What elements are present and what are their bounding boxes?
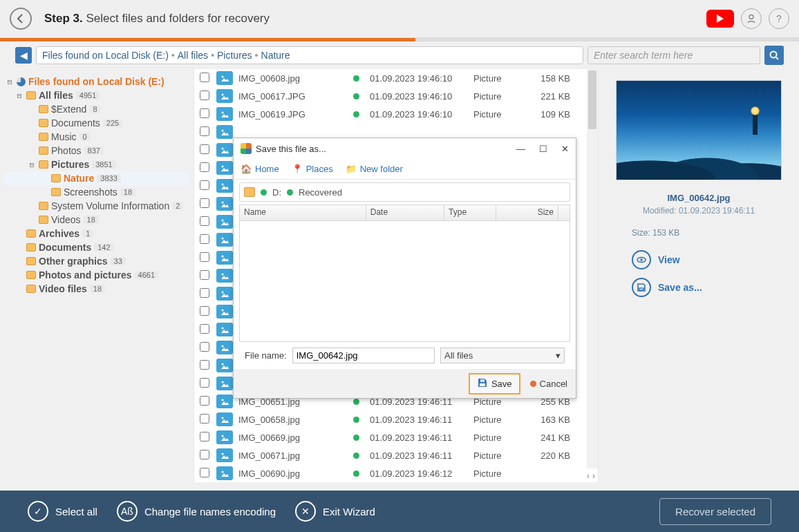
dialog-title: Save this file as... <box>256 144 326 154</box>
progress-bar <box>0 38 799 41</box>
row-checkbox[interactable] <box>200 450 209 459</box>
svg-point-1 <box>771 52 777 58</box>
image-icon <box>216 269 233 283</box>
filename-input[interactable] <box>292 348 435 363</box>
svg-point-50 <box>640 258 642 260</box>
row-checkbox[interactable] <box>200 91 209 100</box>
svg-point-38 <box>222 381 224 383</box>
encoding-button[interactable]: AßChange file names encoding <box>117 501 276 522</box>
folder-icon <box>26 91 36 99</box>
row-checkbox[interactable] <box>200 252 209 262</box>
preview-filename: IMG_00642.jpg <box>667 193 730 203</box>
search-button[interactable] <box>764 46 784 65</box>
row-checkbox[interactable] <box>200 414 209 424</box>
svg-point-24 <box>222 256 224 258</box>
search-input[interactable]: Enter search term here <box>588 46 760 64</box>
table-row[interactable]: IMG_00669.jpg 01.09.2023 19:46:11 Pictur… <box>194 428 598 446</box>
close-icon: ✕ <box>295 501 316 522</box>
preview-image <box>616 80 782 180</box>
svg-rect-52 <box>480 383 485 386</box>
new-folder-button[interactable]: 📁New folder <box>346 164 403 174</box>
row-checkbox[interactable] <box>200 73 209 82</box>
image-icon <box>216 305 233 319</box>
cancel-button[interactable]: Cancel <box>530 379 567 389</box>
row-checkbox[interactable] <box>200 432 209 441</box>
image-icon <box>216 107 233 121</box>
folder-tree[interactable]: ⊟Files found on Local Disk (E:) ⊟All fil… <box>0 69 194 482</box>
table-row[interactable]: IMG_00617.JPG 01.09.2023 19:46:10 Pictur… <box>194 87 598 105</box>
image-icon <box>216 143 233 157</box>
save-dialog: Save this file as... — ☐ ✕ 🏠Home 📍Places… <box>233 137 576 399</box>
save-icon <box>632 278 651 297</box>
close-button[interactable]: ✕ <box>561 144 569 154</box>
image-icon <box>216 287 233 301</box>
table-row[interactable]: IMG_00658.jpg 01.09.2023 19:46:11 Pictur… <box>194 410 598 428</box>
row-checkbox[interactable] <box>200 270 209 280</box>
svg-rect-53 <box>480 379 485 382</box>
row-checkbox[interactable] <box>200 324 209 334</box>
svg-point-22 <box>222 238 224 240</box>
scrollbar-vertical[interactable] <box>587 69 598 468</box>
scrollbar-horizontal-nav[interactable]: ‹› <box>194 470 598 482</box>
breadcrumb-back[interactable]: ◀ <box>15 47 32 64</box>
row-checkbox[interactable] <box>200 216 209 226</box>
row-checkbox[interactable] <box>200 108 209 118</box>
image-icon <box>216 251 233 265</box>
svg-line-2 <box>776 57 778 59</box>
minimize-button[interactable]: — <box>516 144 525 154</box>
encoding-icon: Aß <box>117 501 138 522</box>
image-icon <box>216 448 233 462</box>
svg-point-6 <box>222 94 224 96</box>
filename-label: File name: <box>245 350 287 361</box>
table-row[interactable]: IMG_00619.JPG 01.09.2023 19:46:10 Pictur… <box>194 105 598 123</box>
maximize-button[interactable]: ☐ <box>539 144 547 154</box>
row-checkbox[interactable] <box>200 360 209 370</box>
row-checkbox[interactable] <box>200 396 209 406</box>
image-icon <box>216 323 233 336</box>
breadcrumb[interactable]: Files found on Local Disk (E:)•All files… <box>36 46 583 64</box>
image-icon <box>216 341 233 354</box>
account-icon[interactable] <box>741 8 762 29</box>
row-checkbox[interactable] <box>200 126 209 136</box>
svg-point-26 <box>222 274 224 276</box>
location-bar[interactable]: D: Recovered <box>239 182 570 202</box>
row-checkbox[interactable] <box>200 378 209 388</box>
row-checkbox[interactable] <box>200 198 209 208</box>
svg-point-40 <box>222 399 224 401</box>
row-checkbox[interactable] <box>200 306 209 316</box>
recover-button[interactable]: Recover selected <box>659 498 771 525</box>
disk-icon <box>17 77 26 86</box>
svg-point-12 <box>222 148 224 150</box>
help-icon[interactable]: ? <box>769 8 789 29</box>
view-button[interactable]: View <box>632 250 702 269</box>
file-type-combo[interactable]: All files▾ <box>440 348 565 363</box>
row-checkbox[interactable] <box>200 144 209 154</box>
exit-button[interactable]: ✕Exit Wizard <box>295 501 375 522</box>
row-checkbox[interactable] <box>200 342 209 352</box>
row-checkbox[interactable] <box>200 162 209 172</box>
save-as-button[interactable]: Save as... <box>632 278 702 297</box>
svg-point-4 <box>222 76 224 78</box>
places-button[interactable]: 📍Places <box>292 164 333 174</box>
table-row[interactable]: IMG_00608.jpg 01.09.2023 19:46:10 Pictur… <box>194 69 598 87</box>
row-checkbox[interactable] <box>200 288 209 298</box>
image-icon <box>216 215 233 229</box>
svg-point-30 <box>222 310 224 312</box>
svg-point-18 <box>222 202 224 204</box>
tree-item-nature[interactable]: Nature3833 <box>4 171 189 185</box>
page-title: Step 3. Select files and folders for rec… <box>44 12 270 26</box>
image-icon <box>216 430 233 444</box>
select-all-button[interactable]: ✓Select all <box>28 501 97 522</box>
back-button[interactable] <box>10 8 32 30</box>
row-checkbox[interactable] <box>200 234 209 244</box>
svg-point-46 <box>222 453 224 455</box>
row-checkbox[interactable] <box>200 180 209 190</box>
table-row[interactable]: IMG_00671.jpg 01.09.2023 19:46:11 Pictur… <box>194 446 598 464</box>
save-icon <box>477 377 488 390</box>
dialog-file-list[interactable] <box>239 221 570 341</box>
save-button[interactable]: Save <box>469 373 520 395</box>
home-button[interactable]: 🏠Home <box>241 164 279 174</box>
dialog-columns[interactable]: Name Date Type Size <box>239 205 570 221</box>
svg-point-10 <box>222 130 224 132</box>
youtube-icon[interactable] <box>706 10 734 28</box>
